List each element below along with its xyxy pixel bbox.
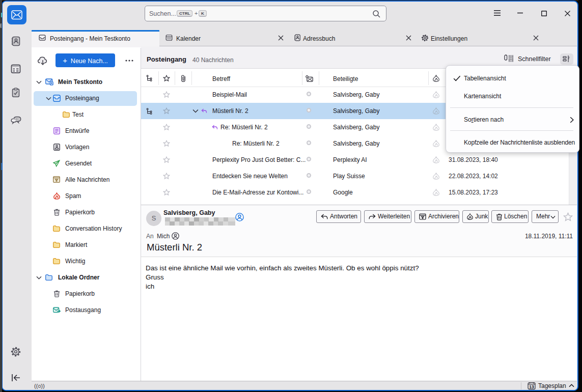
svg-text:13: 13 <box>529 384 534 389</box>
